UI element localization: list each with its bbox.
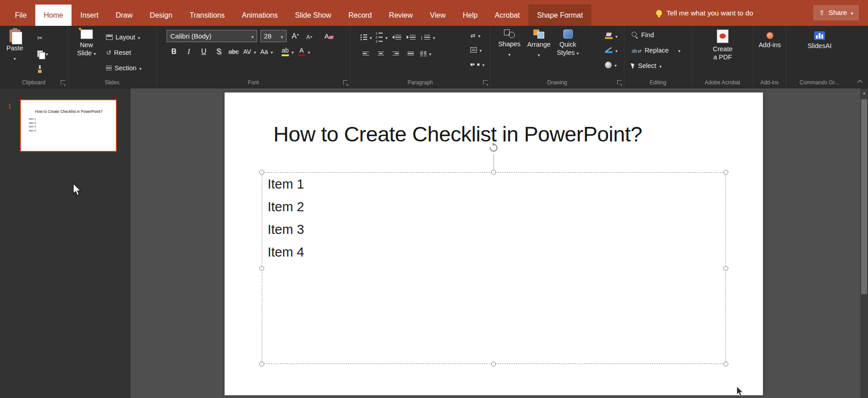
slide-title-text[interactable]: How to Create Checklist in PowerPoint? [256,121,659,146]
tell-me-box[interactable]: Tell me what you want to do [656,0,753,26]
paste-button[interactable]: Paste [6,29,23,62]
selection-handle-top-center[interactable] [491,170,496,175]
cut-button[interactable] [37,32,43,44]
tab-insert[interactable]: Insert [72,5,107,26]
tab-review[interactable]: Review [380,5,421,26]
chevron-down-icon [615,47,618,54]
layout-label: Layout [115,34,135,41]
reset-button[interactable]: Reset [106,47,131,58]
decrease-font-size-button[interactable] [304,30,315,42]
shape-outline-button[interactable] [605,45,618,56]
shape-effects-button[interactable] [605,59,618,70]
character-spacing-button[interactable]: AV [243,46,256,58]
font-size-select[interactable]: 28 [260,30,287,42]
selection-handle-middle-left[interactable] [259,266,264,271]
tab-design[interactable]: Design [141,5,181,26]
rotation-handle[interactable] [489,143,499,155]
layout-button[interactable]: Layout [106,31,140,43]
tab-transitions[interactable]: Transitions [181,5,234,26]
selection-handle-bottom-center[interactable] [491,362,496,367]
align-center-button[interactable] [375,48,386,59]
selection-handle-top-left[interactable] [259,170,264,175]
section-button[interactable]: Section [106,62,141,74]
columns-button[interactable] [420,48,432,59]
content-text-box[interactable]: Item 1 Item 2 Item 3 Item 4 [262,172,726,364]
shapes-button[interactable]: Shapes [496,29,523,58]
align-left-icon [363,52,369,56]
slide-canvas[interactable]: How to Create Checklist in PowerPoint? I… [225,92,763,395]
bold-button[interactable]: B [168,46,179,58]
slidesai-button[interactable]: SlidesAI [807,31,832,50]
reset-label: Reset [114,49,131,56]
addins-button[interactable]: Add-ins [757,32,782,49]
tab-record[interactable]: Record [340,5,381,26]
change-case-button[interactable]: Aa [260,46,273,58]
tab-file[interactable]: File [6,5,35,26]
tab-home[interactable]: Home [35,5,72,26]
increase-indent-button[interactable] [406,31,417,43]
decrease-indent-button[interactable] [391,31,402,43]
tab-animations[interactable]: Animations [233,5,286,26]
arrange-button[interactable]: Arrange [525,29,553,58]
addins-icon [767,32,773,39]
selection-handle-bottom-left[interactable] [259,362,264,367]
justify-button[interactable] [405,48,416,59]
increase-font-size-button[interactable] [290,30,301,42]
font-dialog-launcher[interactable] [343,80,348,85]
strikethrough-button[interactable]: abc [228,46,239,58]
italic-button[interactable]: I [183,46,194,58]
align-right-icon [393,52,399,56]
tab-shape-format[interactable]: Shape Format [528,5,591,26]
selection-handle-top-right[interactable] [724,170,729,175]
quick-styles-button[interactable]: Quick Styles [555,29,581,57]
copy-button[interactable] [37,48,48,59]
select-button[interactable]: Select [632,62,662,69]
align-text-button[interactable] [470,45,484,55]
tab-slide-show[interactable]: Slide Show [286,5,340,26]
font-color-button[interactable]: A [298,46,310,58]
scrollbar-thumb[interactable] [861,99,867,294]
tab-help[interactable]: Help [454,5,486,26]
clear-formatting-button[interactable] [323,30,334,42]
share-button[interactable]: Share [813,5,859,20]
shapes-icon [504,29,515,38]
convert-to-smartart-button[interactable] [470,59,484,69]
vertical-scrollbar[interactable]: ▲ [860,88,868,398]
new-slide-button[interactable]: New Slide [73,29,100,57]
select-icon [631,62,636,69]
drawing-dialog-launcher[interactable] [617,80,622,85]
line-spacing-button[interactable] [420,31,435,43]
tab-draw[interactable]: Draw [107,5,141,26]
find-button[interactable]: Find [632,31,654,39]
list-item[interactable]: Item 4 [262,241,725,263]
underline-button[interactable]: U [198,46,209,58]
bullets-button[interactable] [360,31,372,43]
group-label-adobe-acrobat: Adobe Acrobat [692,79,753,86]
selection-handle-bottom-right[interactable] [724,362,729,367]
collapse-ribbon-button[interactable] [858,79,862,84]
scroll-up-arrow[interactable]: ▲ [860,91,868,95]
chevron-down-icon [271,48,273,55]
paragraph-dialog-launcher[interactable] [483,80,488,85]
list-item[interactable]: Item 1 [262,173,725,195]
format-painter-button[interactable] [37,63,43,75]
clipboard-dialog-launcher[interactable] [61,80,65,85]
tab-view[interactable]: View [422,5,454,26]
align-left-button[interactable] [360,48,371,59]
selection-handle-middle-right[interactable] [724,266,729,271]
shape-fill-button[interactable] [605,30,618,41]
font-name-select[interactable]: Calibri (Body) [167,30,257,42]
tab-acrobat[interactable]: Acrobat [486,5,528,26]
align-right-button[interactable] [390,48,401,59]
slide-editing-canvas[interactable]: How to Create Checklist in PowerPoint? I… [130,88,860,398]
slide-thumbnail[interactable]: How to Create Checklist in PowerPoint? I… [20,99,117,152]
list-item[interactable]: Item 2 [262,195,725,218]
text-direction-button[interactable] [470,30,484,40]
replace-button[interactable]: Replace [632,47,681,54]
numbering-button[interactable] [376,31,388,43]
list-item[interactable]: Item 3 [262,218,725,241]
highlight-button[interactable]: ab [282,46,294,58]
text-shadow-button[interactable]: S [213,46,224,58]
replace-label: Replace [645,47,669,54]
create-pdf-button[interactable]: Create a PDF [710,29,735,61]
